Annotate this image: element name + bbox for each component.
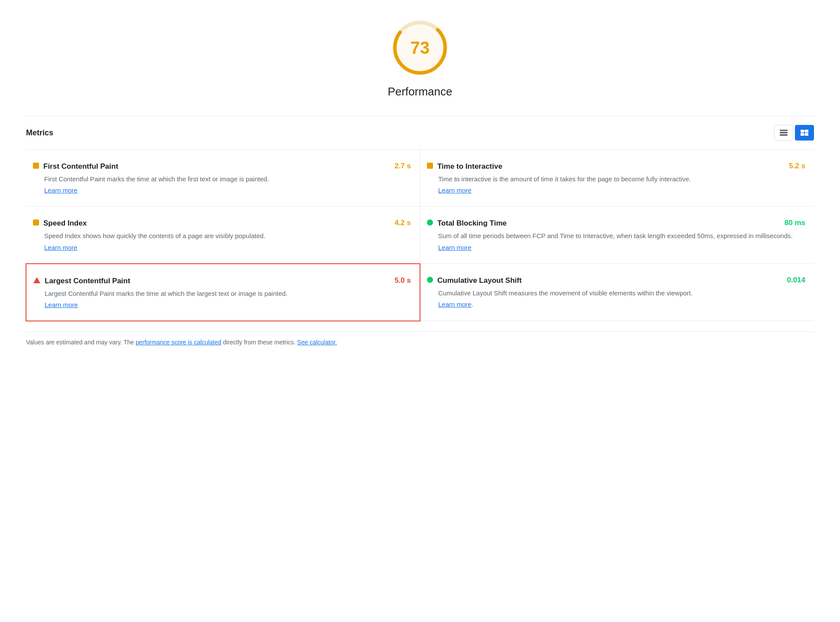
cls-desc: Cumulative Layout Shift measures the mov… [427, 288, 805, 298]
tbt-learn-more[interactable]: Learn more [427, 244, 805, 251]
cls-value: 0.014 [781, 276, 805, 285]
lcp-name: Largest Contentful Paint [45, 276, 130, 286]
si-learn-more[interactable]: Learn more [33, 244, 411, 251]
score-section: 73 Performance [26, 17, 814, 98]
lcp-learn-more[interactable]: Learn more [33, 301, 411, 308]
metric-si: Speed Index 4.2 s Speed Index shows how … [26, 206, 420, 263]
tbt-name: Total Blocking Time [437, 219, 507, 228]
metrics-title: Metrics [26, 128, 53, 137]
footer-text-middle: directly from these metrics. [223, 339, 297, 346]
lcp-value: 5.0 s [389, 276, 411, 285]
tbt-value: 80 ms [779, 219, 805, 227]
fcp-icon [33, 163, 39, 170]
fcp-desc: First Contentful Paint marks the time at… [33, 174, 411, 184]
list-view-button[interactable] [774, 125, 793, 141]
metrics-header: Metrics [26, 116, 814, 141]
metric-cls: Cumulative Layout Shift 0.014 Cumulative… [420, 264, 814, 321]
detail-view-button[interactable] [795, 125, 814, 141]
tti-desc: Time to interactive is the amount of tim… [427, 174, 805, 184]
svg-rect-3 [780, 130, 788, 131]
svg-rect-5 [780, 134, 788, 136]
tbt-icon [427, 219, 433, 227]
si-name: Speed Index [43, 219, 87, 228]
si-value: 4.2 s [389, 219, 411, 227]
score-label: Performance [388, 85, 453, 98]
tti-learn-more[interactable]: Learn more [427, 187, 805, 194]
metric-fcp: First Contentful Paint 2.7 s First Conte… [26, 150, 420, 206]
fcp-value: 2.7 s [389, 162, 411, 170]
fcp-learn-more[interactable]: Learn more [33, 187, 411, 194]
metric-si-header: Speed Index 4.2 s [33, 219, 411, 228]
si-icon [33, 219, 39, 227]
tti-value: 5.2 s [784, 162, 805, 170]
cls-learn-more[interactable]: Learn more [438, 301, 472, 308]
metric-lcp: Largest Contentful Paint 5.0 s Largest C… [26, 263, 420, 321]
metrics-grid: First Contentful Paint 2.7 s First Conte… [26, 149, 814, 321]
svg-rect-8 [801, 133, 804, 136]
fcp-name: First Contentful Paint [43, 162, 118, 171]
metric-lcp-header: Largest Contentful Paint 5.0 s [33, 276, 411, 286]
metric-cls-header: Cumulative Layout Shift 0.014 [427, 276, 805, 285]
svg-rect-4 [780, 132, 788, 134]
tti-icon [427, 163, 433, 170]
footer-note: Values are estimated and may vary. The p… [26, 331, 814, 346]
cls-icon [427, 277, 433, 285]
footer-link-calculator[interactable]: performance score is calculated [136, 339, 221, 346]
score-value: 73 [410, 38, 430, 58]
si-desc: Speed Index shows how quickly the conten… [33, 231, 411, 241]
metric-tbt-header: Total Blocking Time 80 ms [427, 219, 805, 228]
footer-text-before: Values are estimated and may vary. The [26, 339, 136, 346]
footer-link-see-calculator[interactable]: See calculator. [297, 339, 337, 346]
svg-rect-7 [805, 130, 808, 132]
tti-name: Time to Interactive [437, 162, 502, 171]
metric-tbt: Total Blocking Time 80 ms Sum of all tim… [420, 206, 814, 263]
metric-tti-header: Time to Interactive 5.2 s [427, 162, 805, 171]
cls-name: Cumulative Layout Shift [437, 276, 522, 285]
metric-tti: Time to Interactive 5.2 s Time to intera… [420, 150, 814, 206]
score-circle: 73 [390, 17, 450, 78]
view-toggle [774, 125, 814, 141]
cls-desc-inline: Learn more. [427, 301, 805, 308]
svg-rect-6 [801, 130, 804, 132]
tbt-desc: Sum of all time periods between FCP and … [427, 231, 805, 241]
metric-fcp-header: First Contentful Paint 2.7 s [33, 162, 411, 171]
lcp-icon [33, 277, 40, 285]
svg-rect-9 [805, 133, 808, 136]
lcp-desc: Largest Contentful Paint marks the time … [33, 288, 411, 298]
metrics-section: Metrics [26, 116, 814, 321]
